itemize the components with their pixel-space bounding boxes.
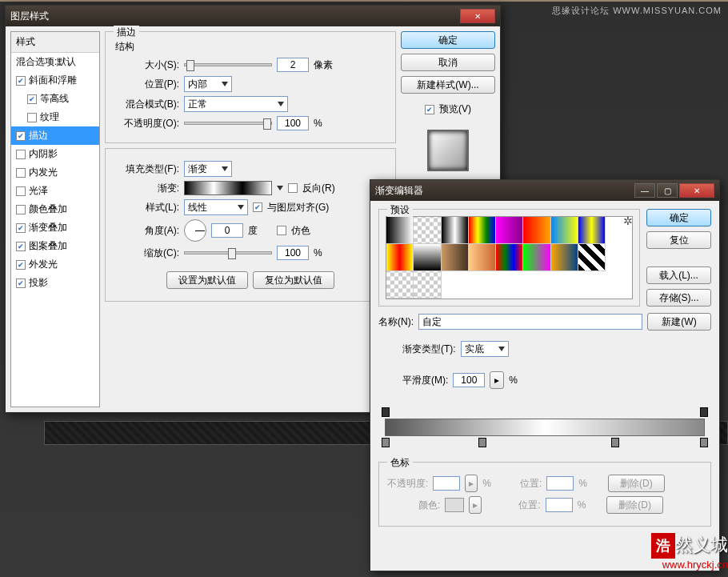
align-label: 与图层对齐(G) — [267, 201, 329, 214]
color-stop[interactable] — [700, 438, 708, 447]
preset-swatch[interactable] — [551, 244, 578, 271]
sidebar-item[interactable]: ✔等高线 — [11, 90, 99, 108]
preset-swatch[interactable] — [469, 244, 496, 271]
gradient-preview[interactable] — [184, 181, 272, 195]
preset-swatch[interactable] — [496, 244, 523, 271]
sidebar-header: 样式 — [11, 32, 99, 53]
gear-icon[interactable]: ✲ — [623, 214, 633, 227]
preset-swatch[interactable] — [386, 271, 414, 299]
reset-default-button[interactable]: 复位为默认值 — [253, 271, 334, 289]
ok-button[interactable]: 确定 — [646, 209, 711, 226]
close-button[interactable]: ✕ — [679, 183, 714, 198]
cancel-button[interactable]: 取消 — [401, 54, 495, 71]
scale-input[interactable] — [277, 246, 309, 260]
sidebar-item[interactable]: 内发光 — [11, 163, 99, 182]
opacity-label: 不透明度(O): — [115, 117, 179, 130]
size-input[interactable] — [277, 58, 309, 72]
sidebar-item[interactable]: ✔斜面和浮雕 — [11, 71, 99, 90]
sidebar-item[interactable]: 纹理 — [11, 108, 99, 126]
align-checkbox[interactable]: ✔ — [253, 202, 262, 212]
reset-button[interactable]: 复位 — [646, 231, 711, 249]
opacity-stop[interactable] — [700, 407, 708, 417]
checkbox-icon[interactable]: ✔ — [16, 131, 26, 141]
scale-slider[interactable] — [184, 251, 272, 254]
sidebar-item[interactable]: 颜色叠加 — [11, 200, 99, 218]
color-stop[interactable] — [382, 438, 390, 447]
sidebar-item[interactable]: ✔外发光 — [11, 255, 99, 274]
checkbox-icon[interactable]: ✔ — [27, 94, 37, 104]
checkbox-icon[interactable]: ✔ — [16, 278, 26, 288]
checkbox-icon[interactable] — [16, 186, 26, 196]
preset-swatch[interactable] — [414, 244, 441, 271]
maximize-button[interactable]: ▢ — [657, 183, 678, 198]
preset-swatch[interactable] — [578, 217, 606, 244]
smooth-dropdown[interactable]: ▸ — [490, 371, 504, 389]
smooth-label: 平滑度(M): — [402, 374, 448, 387]
gradtype-combo[interactable]: 实底 — [461, 341, 509, 357]
preset-swatch[interactable] — [496, 217, 523, 244]
preset-swatch[interactable] — [414, 271, 441, 299]
sidebar-item[interactable]: ✔投影 — [11, 274, 99, 292]
opacity-input[interactable] — [277, 116, 309, 130]
gradient-dropdown-icon[interactable] — [277, 186, 283, 190]
preset-swatch[interactable] — [414, 217, 441, 244]
preset-swatch[interactable] — [442, 244, 469, 271]
preset-swatch[interactable] — [469, 217, 496, 244]
ok-button[interactable]: 确定 — [401, 31, 495, 49]
color-stop[interactable] — [478, 438, 486, 447]
checkbox-icon[interactable]: ✔ — [16, 76, 26, 86]
checkbox-icon[interactable]: ✔ — [16, 223, 26, 233]
preset-swatch[interactable] — [386, 217, 414, 244]
minimize-button[interactable]: — — [634, 183, 655, 198]
sidebar-item[interactable]: 光泽 — [11, 182, 99, 200]
sidebar-item[interactable]: ✔描边 — [11, 126, 99, 145]
filltype-combo[interactable]: 渐变 — [184, 161, 232, 177]
style-combo[interactable]: 线性 — [184, 199, 248, 215]
load-button[interactable]: 载入(L)... — [646, 266, 711, 284]
checkbox-icon[interactable] — [16, 205, 26, 214]
checkbox-icon[interactable]: ✔ — [16, 260, 26, 270]
titlebar[interactable]: 渐变编辑器 — ▢ ✕ — [370, 180, 719, 201]
checkbox-icon[interactable] — [16, 168, 26, 178]
preview-thumbnail — [427, 130, 469, 171]
color-stop[interactable] — [611, 438, 619, 447]
sidebar-item[interactable]: ✔渐变叠加 — [11, 218, 99, 237]
watermark-top: 思缘设计论坛 WWW.MISSYUAN.COM — [552, 5, 722, 17]
blend-options[interactable]: 混合选项:默认 — [11, 53, 99, 71]
name-input[interactable] — [418, 314, 642, 330]
opacity-stop[interactable] — [382, 407, 390, 417]
sidebar-item[interactable]: 内阴影 — [11, 145, 99, 163]
new-button[interactable]: 新建(W) — [647, 313, 711, 331]
checkbox-icon[interactable]: ✔ — [16, 242, 26, 251]
opacity-slider[interactable] — [184, 122, 272, 125]
position-combo[interactable]: 内部 — [184, 76, 232, 92]
sidebar-item[interactable]: ✔图案叠加 — [11, 237, 99, 255]
angle-dial[interactable] — [184, 219, 206, 242]
angle-input[interactable] — [211, 223, 243, 238]
preset-swatch[interactable] — [551, 217, 578, 244]
reverse-checkbox[interactable] — [288, 183, 298, 193]
preset-swatch[interactable] — [442, 217, 469, 244]
checkbox-icon[interactable] — [27, 113, 37, 122]
preset-swatch[interactable] — [523, 217, 550, 244]
gradient-bar[interactable] — [378, 407, 711, 447]
smooth-input[interactable] — [453, 373, 485, 387]
scale-unit: % — [314, 247, 322, 258]
fill-group: 填充类型(F): 渐变 渐变: 反向(R) 样式(L): 线性 ✔与图层对齐(G… — [105, 148, 396, 302]
save-button[interactable]: 存储(S)... — [646, 289, 711, 307]
set-default-button[interactable]: 设置为默认值 — [166, 271, 248, 289]
filltype-label: 填充类型(F): — [115, 162, 179, 176]
checkbox-icon[interactable] — [16, 150, 26, 159]
blend-combo[interactable]: 正常 — [184, 96, 288, 112]
preset-swatch[interactable] — [578, 244, 606, 271]
size-slider[interactable] — [184, 63, 272, 66]
preview-checkbox[interactable]: ✔ — [425, 105, 434, 114]
gradient-label: 渐变: — [115, 182, 179, 195]
titlebar[interactable]: 图层样式 ✕ — [6, 6, 500, 26]
new-style-button[interactable]: 新建样式(W)... — [401, 76, 495, 94]
dither-checkbox[interactable] — [277, 226, 286, 235]
close-button[interactable]: ✕ — [460, 9, 495, 23]
preset-swatch[interactable] — [386, 244, 414, 271]
stop-color-swatch — [445, 498, 464, 512]
preset-swatch[interactable] — [523, 244, 550, 271]
